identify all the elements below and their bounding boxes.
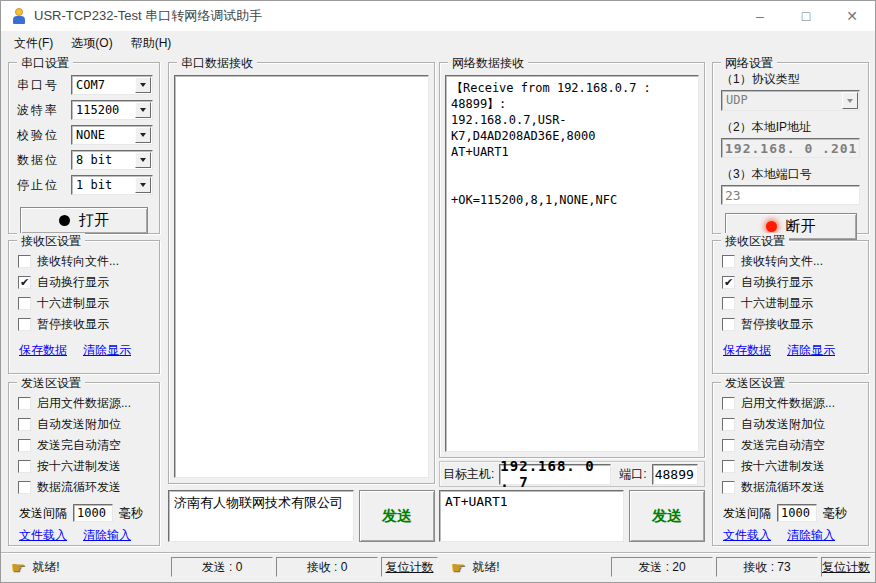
checkbox-file-data-source[interactable]: 启用文件数据源... [18, 393, 159, 414]
serial-send-count: 发送 : 0 [171, 557, 273, 577]
chevron-down-icon [135, 102, 151, 118]
checkbox-file-data-source[interactable]: 启用文件数据源... [722, 393, 868, 414]
data-bits-label: 数据位 [17, 152, 71, 169]
network-send-count: 发送 : 20 [611, 557, 713, 577]
menu-file[interactable]: 文件(F) [5, 31, 62, 56]
clear-input-link[interactable]: 清除输入 [787, 527, 835, 544]
checkbox-icon [18, 418, 31, 431]
open-serial-button[interactable]: 打开 [20, 207, 148, 234]
network-reset-count-link[interactable]: 复位计数 [821, 557, 871, 577]
clear-display-link[interactable]: 清除显示 [787, 342, 835, 359]
local-ip-input[interactable]: 192.168. 0 .201 [721, 138, 860, 158]
checkbox-auto-send-append[interactable]: 自动发送附加位 [18, 414, 159, 435]
checkbox-icon [722, 297, 735, 310]
network-recv-count: 接收 : 73 [716, 557, 818, 577]
serial-status-ready: ☛ 就绪! [11, 559, 60, 576]
chevron-down-icon [135, 77, 151, 93]
checkbox-pause-receive[interactable]: 暂停接收显示 [722, 314, 868, 335]
serial-settings-group: 串口设置 串口号 COM7 波特率 115200 校验位 NONE [8, 62, 160, 234]
com-port-label: 串口号 [17, 77, 71, 94]
serial-receive-group: 串口数据接收 [168, 62, 435, 484]
network-settings-title: 网络设置 [721, 55, 777, 72]
checkbox-clear-after-send[interactable]: 发送完自动清空 [722, 435, 868, 456]
checkbox-pause-receive[interactable]: 暂停接收显示 [18, 314, 159, 335]
local-port-input[interactable]: 23 [721, 185, 860, 205]
receive-settings-title: 接收区设置 [17, 233, 85, 250]
send-settings-title: 发送区设置 [721, 375, 789, 392]
network-receive-settings-group: 接收区设置 接收转向文件... ✔ 自动换行显示 十六进制显示 暂停接收显示 保… [712, 240, 869, 374]
baud-rate-select[interactable]: 115200 [71, 100, 153, 120]
checkbox-hex-display[interactable]: 十六进制显示 [18, 293, 159, 314]
pointing-hand-icon: ☛ [451, 561, 465, 575]
serial-receive-title: 串口数据接收 [177, 55, 257, 72]
stop-bits-label: 停止位 [17, 177, 71, 194]
status-bar: ☛ 就绪! 发送 : 0 接收 : 0 复位计数 ☛ 就绪! 发送 : 20 接… [1, 552, 875, 582]
menu-help[interactable]: 帮助(H) [122, 31, 181, 56]
checkbox-auto-linefeed[interactable]: ✔ 自动换行显示 [722, 272, 868, 293]
checkbox-icon [18, 460, 31, 473]
checkbox-icon [722, 460, 735, 473]
serial-reset-count-link[interactable]: 复位计数 [381, 557, 438, 577]
network-settings-group: 网络设置 （1）协议类型 UDP （2）本地IP地址 192.168. 0 .2… [712, 62, 869, 234]
menu-options[interactable]: 选项(O) [62, 31, 121, 56]
maximize-button[interactable]: □ [783, 1, 829, 31]
minimize-button[interactable]: – [737, 1, 783, 31]
checkbox-clear-after-send[interactable]: 发送完自动清空 [18, 435, 159, 456]
chevron-down-icon [842, 92, 858, 109]
network-send-button[interactable]: 发送 [629, 490, 705, 542]
checkbox-icon [18, 255, 31, 268]
checkbox-loop-send[interactable]: 数据流循环发送 [722, 477, 868, 498]
menu-bar: 文件(F) 选项(O) 帮助(H) [1, 31, 875, 56]
checkbox-icon [722, 318, 735, 331]
serial-send-button[interactable]: 发送 [359, 490, 435, 542]
checkbox-auto-send-append[interactable]: 自动发送附加位 [722, 414, 868, 435]
network-send-input[interactable]: AT+UART1 [439, 490, 624, 542]
checkbox-auto-linefeed[interactable]: ✔ 自动换行显示 [18, 272, 159, 293]
serial-send-input[interactable]: 济南有人物联网技术有限公司 [168, 490, 354, 542]
window-title: USR-TCP232-Test 串口转网络调试助手 [34, 7, 262, 25]
local-port-label: （3）本地端口号 [721, 166, 868, 183]
main-area: 串口设置 串口号 COM7 波特率 115200 校验位 NONE [1, 56, 875, 552]
checkbox-receive-to-file[interactable]: 接收转向文件... [722, 251, 868, 272]
clear-input-link[interactable]: 清除输入 [83, 527, 131, 544]
checkbox-icon [18, 397, 31, 410]
load-file-link[interactable]: 文件载入 [723, 527, 771, 544]
com-port-select[interactable]: COM7 [71, 75, 153, 95]
target-host-input[interactable]: 192.168. 0 . 7 [499, 464, 611, 485]
window-controls: – □ ✕ [737, 1, 875, 31]
connected-indicator-icon [766, 221, 777, 232]
network-status-ready: ☛ 就绪! [451, 559, 500, 576]
app-window: USR-TCP232-Test 串口转网络调试助手 – □ ✕ 文件(F) 选项… [0, 0, 876, 583]
chevron-down-icon [135, 127, 151, 143]
stop-bits-select[interactable]: 1 bit [71, 175, 153, 195]
checkbox-receive-to-file[interactable]: 接收转向文件... [18, 251, 159, 272]
save-data-link[interactable]: 保存数据 [723, 342, 771, 359]
parity-select[interactable]: NONE [71, 125, 153, 145]
chevron-down-icon [135, 177, 151, 193]
checkbox-hex-display[interactable]: 十六进制显示 [722, 293, 868, 314]
serial-receive-textarea[interactable] [174, 75, 429, 478]
target-port-input[interactable]: 48899 [652, 464, 698, 485]
checkbox-loop-send[interactable]: 数据流循环发送 [18, 477, 159, 498]
save-data-link[interactable]: 保存数据 [19, 342, 67, 359]
send-interval-input[interactable] [73, 504, 113, 522]
send-interval-unit: 毫秒 [823, 505, 847, 522]
send-interval-input[interactable] [777, 504, 817, 522]
checkbox-icon [722, 481, 735, 494]
checkbox-icon [722, 418, 735, 431]
close-button[interactable]: ✕ [829, 1, 875, 31]
checkbox-send-as-hex[interactable]: 按十六进制发送 [722, 456, 868, 477]
checkbox-icon [18, 318, 31, 331]
clear-display-link[interactable]: 清除显示 [83, 342, 131, 359]
protocol-type-select[interactable]: UDP [721, 90, 860, 111]
load-file-link[interactable]: 文件载入 [19, 527, 67, 544]
checkbox-icon [722, 439, 735, 452]
local-ip-label: （2）本地IP地址 [721, 119, 868, 136]
network-receive-textarea[interactable]: 【Receive from 192.168.0.7 : 48899】: 192.… [445, 75, 699, 452]
serial-recv-count: 接收 : 0 [276, 557, 378, 577]
checkbox-send-as-hex[interactable]: 按十六进制发送 [18, 456, 159, 477]
pointing-hand-icon: ☛ [11, 561, 25, 575]
send-interval-label: 发送间隔 [19, 505, 67, 522]
data-bits-select[interactable]: 8 bit [71, 150, 153, 170]
parity-label: 校验位 [17, 127, 71, 144]
